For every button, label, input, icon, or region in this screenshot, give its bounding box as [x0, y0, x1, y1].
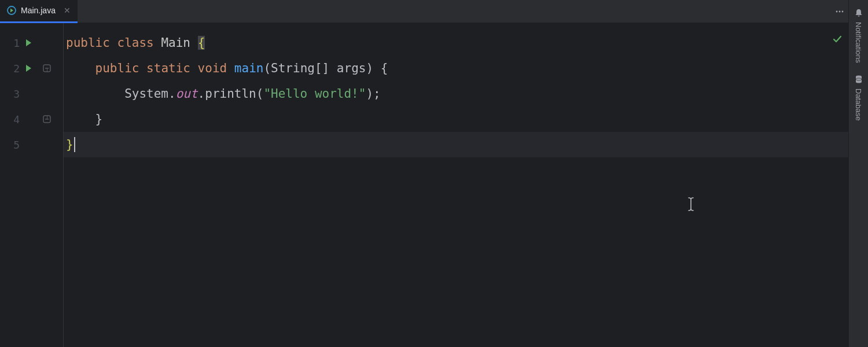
more-tabs-icon[interactable] — [831, 7, 848, 16]
gutter: 1 2 3 4 — [0, 23, 64, 347]
fold-start-icon[interactable] — [37, 64, 57, 72]
line-number: 4 — [0, 113, 20, 125]
text-cursor-icon — [686, 197, 696, 215]
line-number: 3 — [0, 88, 20, 100]
caret — [74, 137, 75, 152]
code-line: System.out.println("Hello world!"); — [64, 81, 848, 106]
run-gutter-icon[interactable] — [20, 64, 37, 72]
code-line: public static void main(String[] args) { — [64, 56, 848, 81]
main-area: Main.java ✕ 1 2 — [0, 0, 848, 347]
line-number: 5 — [0, 139, 20, 151]
svg-point-3 — [842, 10, 844, 12]
bell-icon — [854, 8, 863, 20]
notifications-label: Notifications — [854, 22, 863, 63]
fold-end-icon[interactable] — [37, 115, 57, 123]
database-icon — [854, 75, 863, 86]
line-number: 2 — [0, 62, 20, 75]
editor[interactable]: 1 2 3 4 — [0, 23, 848, 347]
database-label: Database — [854, 88, 863, 121]
file-tab[interactable]: Main.java ✕ — [0, 0, 78, 23]
code-area[interactable]: public class Main { public static void m… — [64, 23, 848, 347]
run-gutter-icon[interactable] — [20, 39, 37, 47]
svg-point-1 — [836, 10, 838, 12]
notifications-tool[interactable]: Notifications — [854, 3, 863, 70]
right-tool-bar: Notifications Database — [848, 0, 868, 347]
tab-bar: Main.java ✕ — [0, 0, 848, 23]
java-run-icon — [7, 6, 16, 15]
code-line-current: } — [64, 132, 848, 157]
code-line: public class Main { — [64, 30, 848, 56]
tab-filename: Main.java — [21, 6, 56, 15]
close-tab-icon[interactable]: ✕ — [64, 6, 71, 15]
svg-point-2 — [839, 10, 841, 12]
analysis-ok-icon[interactable] — [832, 34, 843, 47]
line-number: 1 — [0, 37, 20, 49]
database-tool[interactable]: Database — [854, 70, 863, 128]
code-line: } — [64, 106, 848, 132]
